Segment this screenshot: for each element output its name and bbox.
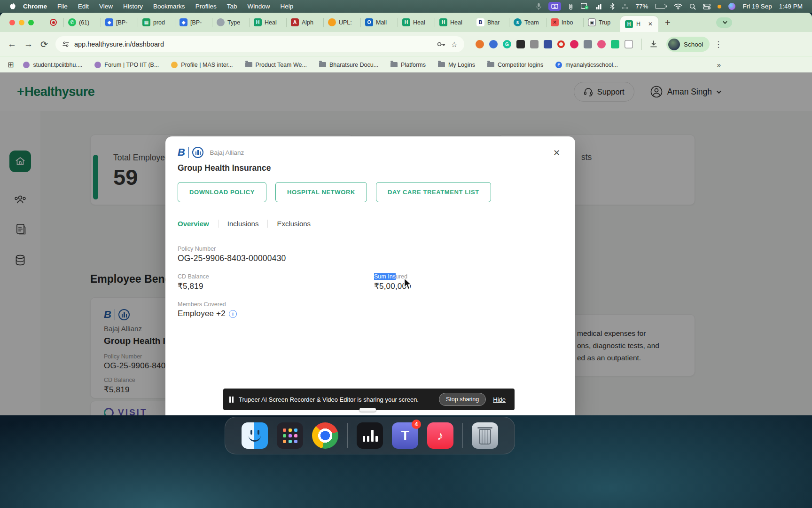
menu-item[interactable]: Profiles — [190, 3, 222, 10]
wifi-icon[interactable] — [674, 3, 682, 9]
browser-tab[interactable]: Type — [212, 13, 249, 32]
extension-icon[interactable] — [557, 40, 565, 48]
browser-tab[interactable]: H Heal — [398, 13, 435, 32]
info-icon[interactable]: i — [229, 310, 237, 318]
modal-action-button[interactable]: DAY CARE TREATMENT LIST — [376, 182, 491, 202]
browser-tab[interactable]: s Team — [509, 13, 546, 32]
bluetooth-icon[interactable] — [610, 3, 615, 10]
apps-grid-icon[interactable]: ⊞ — [8, 60, 14, 69]
url-text[interactable]: app.healthysure.in/dashboard — [74, 40, 431, 48]
bookmarks-overflow-button[interactable]: » — [717, 61, 721, 69]
menu-item[interactable]: Chrome — [18, 3, 52, 10]
extension-icon[interactable]: G — [503, 40, 511, 48]
extension-icon[interactable] — [584, 40, 592, 48]
menu-item[interactable]: File — [52, 3, 73, 10]
dock-app-icon[interactable] — [347, 423, 348, 448]
modal-tab[interactable]: Overview — [178, 220, 219, 228]
apple-logo-icon[interactable] — [9, 3, 16, 10]
meeting-app-check-icon[interactable] — [581, 3, 589, 10]
browser-tab[interactable]: ✆ (61) — [63, 13, 101, 32]
menu-item[interactable]: Edit — [73, 3, 94, 10]
bookmark-item[interactable]: Product Team We... — [245, 62, 307, 68]
downloads-icon[interactable] — [649, 40, 658, 48]
active-tab[interactable]: H H ✕ — [620, 16, 658, 32]
new-tab-button[interactable]: + — [665, 18, 671, 27]
reload-button[interactable]: ⟳ — [40, 39, 48, 50]
dock-app-icon[interactable] — [357, 422, 383, 449]
menu-item[interactable]: History — [118, 3, 148, 10]
screen-record-indicator-icon[interactable] — [50, 19, 57, 26]
dock-app-icon[interactable] — [462, 423, 463, 448]
stats-bars-icon[interactable] — [596, 3, 603, 10]
menu-item[interactable]: View — [94, 3, 118, 10]
dock-app-icon[interactable] — [277, 422, 303, 449]
extension-icon[interactable] — [625, 40, 633, 48]
extension-icon[interactable] — [489, 40, 498, 48]
dock-app-icon[interactable] — [242, 422, 268, 449]
bookmark-item[interactable]: Bharatsure Docu... — [319, 62, 378, 68]
browser-tab[interactable]: B Bhar — [472, 13, 509, 32]
bookmark-item[interactable]: Competitor logins — [487, 62, 543, 68]
dots-status-icon[interactable] — [622, 4, 628, 9]
dock-app-icon[interactable]: ♪ — [427, 422, 453, 449]
folder-icon — [245, 62, 252, 67]
bookmark-item[interactable]: E myanalyticsschool... — [555, 62, 618, 68]
password-key-icon[interactable] — [437, 41, 445, 47]
control-center-icon[interactable] — [703, 4, 710, 9]
siri-icon[interactable] — [728, 3, 735, 10]
hide-link[interactable]: Hide — [493, 396, 506, 403]
browser-tab[interactable]: H Heal — [435, 13, 472, 32]
dock-app-icon[interactable] — [472, 422, 498, 449]
window-minimize-button[interactable] — [19, 20, 24, 25]
browser-tab[interactable]: ▣ Trup — [583, 13, 620, 32]
menu-item[interactable]: Help — [275, 3, 298, 10]
bookmark-item[interactable]: student.tpciitbhu.... — [23, 62, 82, 68]
browser-tab[interactable]: O Mail — [360, 13, 398, 32]
bookmark-star-icon[interactable]: ☆ — [451, 40, 458, 49]
site-settings-icon[interactable] — [62, 41, 70, 48]
forward-button[interactable]: → — [24, 39, 33, 49]
sharing-bar-handle[interactable] — [359, 408, 376, 412]
dock-app-icon[interactable] — [312, 422, 338, 449]
screen-sharing-icon[interactable] — [548, 2, 561, 11]
extension-icon[interactable] — [544, 40, 552, 48]
extension-icon[interactable] — [530, 40, 539, 48]
tab-search-button[interactable] — [716, 17, 732, 28]
close-icon[interactable]: ✕ — [553, 149, 560, 157]
browser-toolbar: ← → ⟳ app.healthysure.in/dashboard ☆ — [0, 32, 812, 56]
browser-tab[interactable]: UPL: — [323, 13, 360, 32]
menu-item[interactable]: Window — [242, 3, 275, 10]
browser-tab[interactable]: ◆ [BP- — [175, 13, 212, 32]
bookmark-item[interactable]: Profile | MAS inter... — [171, 62, 233, 68]
tab-close-icon[interactable]: ✕ — [647, 20, 654, 28]
browser-tab[interactable]: A Alph — [286, 13, 323, 32]
window-close-button[interactable] — [9, 20, 15, 25]
extension-icon[interactable] — [516, 40, 525, 48]
paperclip-icon[interactable] — [568, 3, 574, 10]
browser-tab[interactable]: ✕ Inbo — [546, 13, 583, 32]
dock-app-icon[interactable]: T 4 — [392, 422, 418, 449]
modal-action-button[interactable]: HOSPITAL NETWORK — [275, 182, 367, 202]
extension-icon[interactable] — [476, 40, 484, 48]
bookmark-item[interactable]: Platforms — [390, 62, 426, 68]
menu-item[interactable]: Tab — [222, 3, 242, 10]
extension-icon[interactable] — [611, 40, 619, 48]
modal-tab[interactable]: Inclusions — [219, 220, 268, 228]
extension-icon[interactable] — [597, 40, 606, 48]
browser-tab[interactable]: ▦ prod — [138, 13, 175, 32]
modal-tab[interactable]: Exclusions — [268, 220, 320, 228]
bookmark-item[interactable]: My Logins — [438, 62, 475, 68]
address-bar[interactable]: app.healthysure.in/dashboard ☆ — [55, 36, 464, 52]
browser-profile-button[interactable]: School — [666, 37, 710, 52]
menu-item[interactable]: Bookmarks — [148, 3, 190, 10]
bookmark-item[interactable]: Forum | TPO IIT (B... — [94, 62, 159, 68]
window-zoom-button[interactable] — [28, 20, 34, 25]
browser-tab[interactable]: H Heal — [249, 13, 286, 32]
extension-icon[interactable] — [570, 40, 578, 48]
browser-menu-button[interactable]: ⋮ — [714, 40, 723, 49]
spotlight-search-icon[interactable] — [689, 3, 696, 10]
back-button[interactable]: ← — [8, 39, 16, 49]
browser-tab[interactable]: ◆ [BP- — [101, 13, 138, 32]
modal-action-button[interactable]: DOWNLOAD POLICY — [178, 182, 266, 202]
stop-sharing-button[interactable]: Stop sharing — [439, 393, 486, 406]
